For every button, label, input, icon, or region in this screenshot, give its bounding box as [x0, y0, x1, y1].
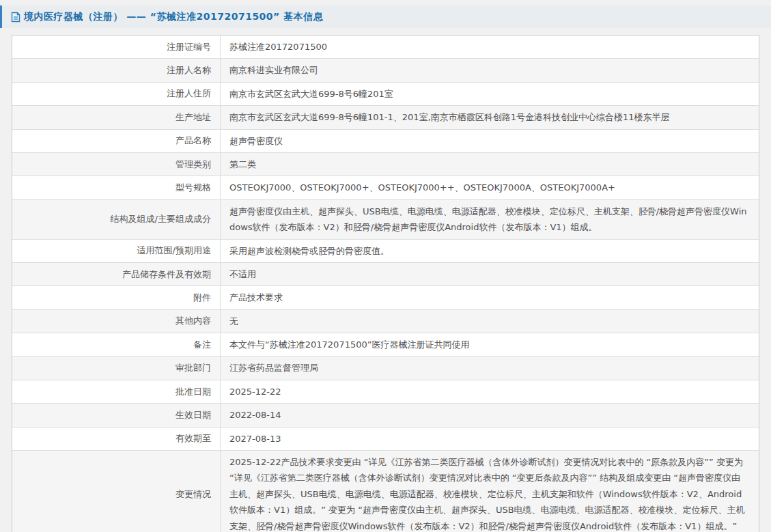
table-row: 结构及组成/主要组成成分超声骨密度仪由主机、超声探头、USB电缆、电源电缆、电源… — [12, 200, 759, 240]
row-value: 超声骨密度仪 — [221, 130, 759, 152]
table-row: 附件产品技术要求 — [12, 286, 759, 309]
table-row: 适用范围/预期用途采用超声波检测桡骨或胫骨的骨密度值。 — [12, 240, 759, 263]
row-value: 2022-08-14 — [221, 404, 759, 426]
table-row: 注册人名称南京科进实业有限公司 — [12, 59, 759, 82]
table-row: 批准日期2025-12-22 — [12, 380, 759, 404]
table-row: 其他内容无 — [12, 310, 759, 333]
page-title: 境内医疗器械（注册） —— “苏械注准20172071500” 基本信息 — [24, 11, 323, 23]
row-value: 2027-08-13 — [221, 428, 759, 450]
table-row: 备注本文件与“苏械注准20172071500”医疗器械注册证共同使用 — [12, 333, 759, 356]
table-row: 注册证编号苏械注准20172071500 — [12, 36, 759, 59]
row-label: 生效日期 — [12, 404, 221, 426]
table-row: 管理类别第二类 — [12, 153, 759, 176]
row-label: 生产地址 — [12, 106, 221, 128]
row-value: 超声骨密度仪由主机、超声探头、USB电缆、电源电缆、电源适配器、校准模块、定位标… — [221, 200, 759, 239]
row-label: 产品名称 — [12, 130, 221, 152]
row-value: 不适用 — [221, 263, 759, 285]
row-label: 其他内容 — [12, 310, 221, 333]
row-value: 采用超声波检测桡骨或胫骨的骨密度值。 — [221, 240, 759, 262]
row-label: 型号规格 — [12, 176, 221, 199]
row-label: 产品储存条件及有效期 — [12, 263, 221, 285]
row-label: 注册证编号 — [12, 36, 221, 58]
row-value: 2025-12-22 — [221, 380, 759, 403]
table-row: 审批部门江苏省药品监督管理局 — [12, 356, 759, 380]
row-label: 附件 — [12, 286, 221, 309]
row-value: 无 — [221, 310, 759, 333]
row-label: 结构及组成/主要组成成分 — [12, 200, 221, 239]
table-row: 生产地址南京市玄武区玄武大道699-8号6幢101-1、201室,南京市栖霞区科… — [12, 106, 759, 129]
row-label: 批准日期 — [12, 380, 221, 403]
page: 境内医疗器械（注册） —— “苏械注准20172071500” 基本信息 注册证… — [0, 5, 771, 532]
table-row: 生效日期2022-08-14 — [12, 404, 759, 427]
row-value: 南京科进实业有限公司 — [221, 59, 759, 81]
table-row: 型号规格OSTEOKJ7000、OSTEOKJ7000+、OSTEOKJ7000… — [12, 176, 759, 199]
row-value: OSTEOKJ7000、OSTEOKJ7000+、OSTEOKJ7000++、O… — [221, 176, 759, 199]
row-value: 本文件与“苏械注准20172071500”医疗器械注册证共同使用 — [221, 333, 759, 356]
table-row: 注册人住所南京市玄武区玄武大道699-8号6幢201室 — [12, 83, 759, 106]
row-value: 第二类 — [221, 153, 759, 176]
row-value: 江苏省药品监督管理局 — [221, 356, 759, 379]
row-label: 注册人住所 — [12, 83, 221, 105]
row-label: 适用范围/预期用途 — [12, 240, 221, 262]
row-label: 备注 — [12, 333, 221, 356]
registration-info-table: 注册证编号苏械注准20172071500注册人名称南京科进实业有限公司注册人住所… — [12, 35, 759, 532]
row-label: 管理类别 — [12, 153, 221, 176]
page-header: 境内医疗器械（注册） —— “苏械注准20172071500” 基本信息 — [0, 5, 771, 28]
row-label: 注册人名称 — [12, 59, 221, 81]
row-value: 南京市玄武区玄武大道699-8号6幢201室 — [221, 83, 759, 105]
row-label: 变更情况 — [12, 451, 221, 532]
table-row: 有效期至2027-08-13 — [12, 428, 759, 451]
table-row: 产品名称超声骨密度仪 — [12, 130, 759, 153]
row-value: 南京市玄武区玄武大道699-8号6幢101-1、201室,南京市栖霞区科创路1号… — [221, 106, 759, 128]
row-value: 苏械注准20172071500 — [221, 36, 759, 58]
document-icon — [11, 12, 20, 23]
table-row: 产品储存条件及有效期不适用 — [12, 263, 759, 286]
row-label: 有效期至 — [12, 428, 221, 450]
row-value: 2025-12-22产品技术要求变更由 “详见《江苏省第二类医疗器械（含体外诊断… — [221, 451, 759, 532]
row-label: 审批部门 — [12, 356, 221, 379]
table-row: 变更情况2025-12-22产品技术要求变更由 “详见《江苏省第二类医疗器械（含… — [12, 451, 759, 532]
row-value: 产品技术要求 — [221, 286, 759, 309]
